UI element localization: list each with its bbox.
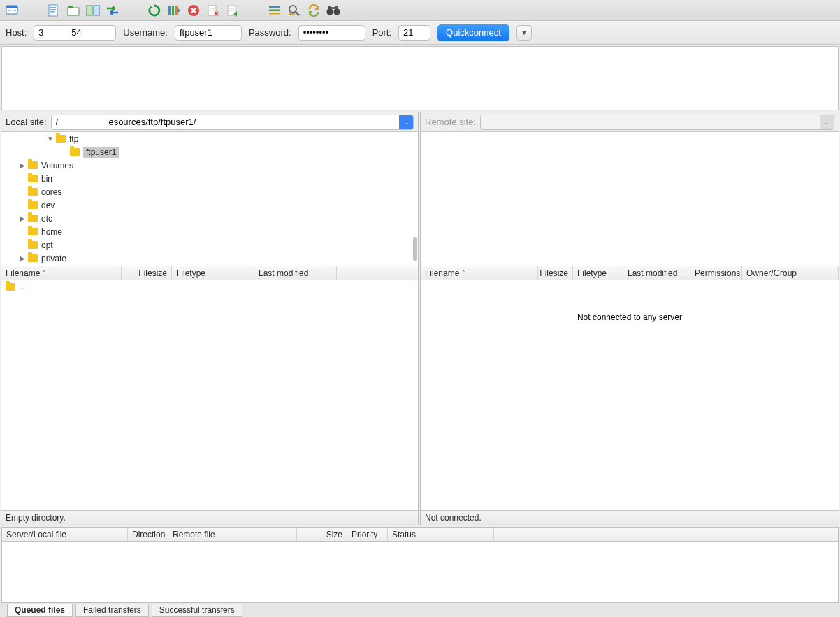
local-path-bar: Local site: ⌄ [1,112,418,132]
quickconnect-bar: Host: Username: Password: Port: Quickcon… [0,21,840,45]
sort-asc-icon: ˄ [43,270,46,277]
svg-rect-6 [50,9,56,10]
svg-rect-13 [172,6,174,15]
main-toolbar [0,0,840,21]
tree-item[interactable]: ▶etc [1,212,418,225]
port-input[interactable] [398,25,430,41]
remote-site-label: Remote site: [425,117,476,127]
col-direction[interactable]: Direction [128,528,168,541]
col-priority[interactable]: Priority [347,528,388,541]
password-input[interactable] [298,25,365,41]
search-icon[interactable] [287,3,302,18]
tab-queued[interactable]: Queued files [7,604,73,617]
folder-icon [28,254,38,262]
local-file-headers: Filename˄ Filesize Filetype Last modifie… [1,266,418,280]
tree-label: cores [41,187,61,197]
message-log[interactable] [1,46,839,110]
local-path-input[interactable] [51,115,414,130]
tab-failed[interactable]: Failed transfers [75,604,149,617]
svg-line-26 [296,12,299,15]
port-label: Port: [372,27,391,38]
col-spacer [494,528,838,541]
tree-label: ftpuser1 [83,147,119,158]
folder-icon [28,175,38,182]
host-label: Host: [6,27,27,38]
folder-icon [56,135,66,143]
folder-icon [28,228,38,235]
svg-rect-21 [229,10,234,11]
tree-label: opt [41,240,53,250]
local-file-list[interactable]: .. [1,280,418,510]
compare-icon[interactable] [85,3,101,18]
svg-point-29 [334,8,340,15]
tree-item[interactable]: ftpuser1 [1,145,418,159]
svg-rect-7 [50,11,55,13]
filter-icon[interactable] [267,3,282,18]
tree-toggle-icon[interactable]: ▼ [46,135,55,143]
svg-point-28 [327,8,333,15]
username-input[interactable] [175,25,242,41]
svg-rect-11 [94,6,100,15]
sync-icon[interactable] [306,3,321,18]
remote-path-bar: Remote site: ⌄ [421,112,839,132]
tree-toggle-icon[interactable]: ▶ [18,161,27,169]
tree-item[interactable]: ▶private [1,252,418,265]
tab-success[interactable]: Successful transfers [152,604,242,617]
col-size[interactable]: Size [297,528,347,541]
svg-rect-27 [289,13,295,15]
col-filesize[interactable]: Filesize [122,266,172,280]
tree-item[interactable]: dev [1,198,418,212]
process-queue-icon[interactable] [166,3,182,18]
remote-path-input [480,115,834,130]
col-filename[interactable]: Filename˄ [1,266,122,280]
col-permissions[interactable]: Permissions [690,266,742,280]
local-path-dropdown[interactable]: ⌄ [399,115,413,129]
quickconnect-button[interactable]: Quickconnect [437,24,509,41]
svg-rect-31 [335,6,338,9]
file-icon[interactable] [46,3,61,18]
refresh-icon[interactable] [147,3,162,18]
tree-item[interactable]: bin [1,172,418,185]
tree-item[interactable]: ▶Volumes [1,159,418,172]
queue-headers: Server/Local file Direction Remote file … [2,528,838,542]
svg-rect-24 [269,13,280,15]
host-input[interactable] [34,25,116,41]
disconnect-icon[interactable] [205,3,221,18]
col-filetype[interactable]: Filetype [573,266,623,280]
transfer-icon[interactable] [105,3,120,18]
col-remote[interactable]: Remote file [168,528,297,541]
cancel-icon[interactable] [186,3,201,18]
col-modified[interactable]: Last modified [254,266,337,280]
tree-item[interactable]: ▼ftp [1,132,418,145]
tree-item[interactable]: cores [1,185,418,198]
queue-body[interactable] [2,542,838,602]
col-filesize[interactable]: Filesize [538,266,573,280]
col-status[interactable]: Status [388,528,494,541]
reconnect-icon[interactable] [225,3,240,18]
folder-icon [28,161,38,169]
col-filetype[interactable]: Filetype [172,266,254,280]
local-tree[interactable]: ▼ftpftpuser1▶Volumesbincoresdev▶etchomeo… [1,132,418,266]
col-server[interactable]: Server/Local file [2,528,128,541]
binoculars-icon[interactable] [326,3,341,18]
col-filename[interactable]: Filename˄ [421,266,538,280]
tree-item[interactable]: home [1,225,418,238]
tree-label: dev [41,201,55,210]
col-modified[interactable]: Last modified [623,266,690,280]
tree-toggle-icon[interactable]: ▶ [18,215,27,222]
tree-toggle-icon[interactable]: ▶ [18,254,27,262]
quickconnect-history-dropdown[interactable]: ▼ [516,25,532,41]
parent-dir-row[interactable]: .. [1,280,418,293]
svg-rect-17 [210,8,215,9]
svg-rect-10 [86,6,92,15]
svg-rect-18 [210,10,215,11]
scrollbar-thumb[interactable] [413,237,417,261]
remote-file-headers: Filename˄ Filesize Filetype Last modifie… [421,266,839,280]
new-tab-icon[interactable] [66,3,81,18]
tree-item[interactable]: opt [1,238,418,252]
remote-file-list: Not connected to any server [421,280,839,510]
svg-rect-9 [68,6,73,8]
svg-rect-2 [8,10,11,11]
site-manager-icon[interactable] [4,3,20,18]
col-owner[interactable]: Owner/Group [742,266,839,280]
